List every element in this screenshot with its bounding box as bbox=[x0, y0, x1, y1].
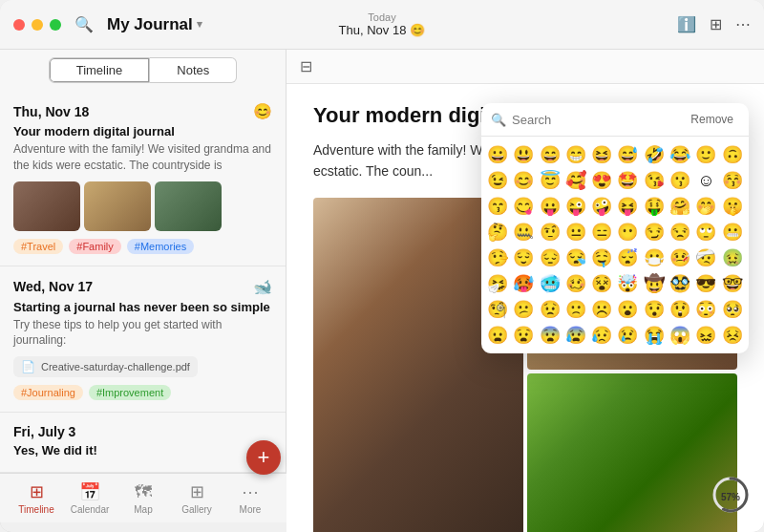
list-item[interactable]: Thu, Nov 18 😊 Your modern digital journa… bbox=[0, 91, 286, 266]
emoji-cell[interactable]: 😎 bbox=[693, 271, 718, 296]
emoji-cell[interactable]: 😙 bbox=[485, 194, 510, 219]
tag[interactable]: #Travel bbox=[13, 239, 63, 254]
emoji-cell[interactable]: 😲 bbox=[668, 297, 692, 322]
list-item[interactable]: Wed, Nov 17 🐋 Starting a journal has nev… bbox=[0, 266, 286, 414]
emoji-cell[interactable]: 🤢 bbox=[720, 245, 745, 270]
emoji-cell[interactable]: 🤐 bbox=[511, 220, 536, 245]
emoji-cell[interactable]: 😶 bbox=[615, 220, 640, 245]
emoji-cell[interactable]: 😏 bbox=[642, 220, 667, 245]
emoji-cell[interactable]: 😮 bbox=[615, 297, 640, 322]
emoji-cell[interactable]: 😦 bbox=[485, 323, 510, 348]
emoji-cell[interactable]: 😖 bbox=[693, 323, 718, 348]
emoji-cell[interactable]: 🤔 bbox=[485, 220, 510, 245]
emoji-remove-button[interactable]: Remove bbox=[685, 111, 739, 128]
emoji-cell[interactable]: 😁 bbox=[563, 142, 588, 167]
emoji-cell[interactable]: 😊 bbox=[511, 168, 536, 193]
emoji-cell[interactable]: 😒 bbox=[668, 220, 692, 245]
emoji-cell[interactable]: 😔 bbox=[538, 245, 562, 270]
tag[interactable]: #Journaling bbox=[13, 385, 83, 400]
emoji-cell[interactable]: 🤥 bbox=[485, 245, 510, 270]
attachment[interactable]: 📄 Creative-saturday-challenge.pdf bbox=[13, 356, 198, 377]
tab-timeline[interactable]: Timeline bbox=[49, 57, 151, 83]
emoji-cell[interactable]: 😢 bbox=[615, 323, 640, 348]
emoji-cell[interactable]: 😨 bbox=[538, 323, 562, 348]
minimize-button[interactable] bbox=[32, 19, 43, 31]
emoji-cell[interactable]: 😥 bbox=[589, 323, 614, 348]
emoji-cell[interactable]: 😋 bbox=[511, 194, 536, 219]
emoji-cell[interactable]: ☺️ bbox=[693, 168, 718, 193]
chart-icon[interactable]: ⊞ bbox=[710, 15, 722, 33]
emoji-cell[interactable]: 😗 bbox=[668, 168, 692, 193]
emoji-cell[interactable]: 🤓 bbox=[720, 271, 745, 296]
sidebar-item-timeline[interactable]: ⊞ Timeline bbox=[10, 481, 63, 515]
emoji-cell[interactable]: 🤩 bbox=[615, 168, 640, 193]
panel-columns-icon[interactable]: ⊟ bbox=[300, 57, 312, 75]
emoji-cell[interactable]: 😃 bbox=[511, 142, 536, 167]
sidebar-item-calendar[interactable]: 📅 Calendar bbox=[63, 481, 117, 515]
emoji-cell[interactable]: 😟 bbox=[538, 297, 562, 322]
emoji-cell[interactable]: 😐 bbox=[563, 220, 588, 245]
emoji-cell[interactable]: 🤭 bbox=[693, 194, 718, 219]
emoji-cell[interactable]: 😭 bbox=[642, 323, 667, 348]
emoji-cell[interactable]: 😘 bbox=[642, 168, 667, 193]
emoji-cell[interactable]: 🙂 bbox=[693, 142, 718, 167]
emoji-cell[interactable]: 😬 bbox=[720, 220, 745, 245]
emoji-cell[interactable]: 😉 bbox=[485, 168, 510, 193]
info-icon[interactable]: ℹ️ bbox=[677, 15, 696, 33]
emoji-cell[interactable]: 😱 bbox=[668, 323, 692, 348]
emoji-cell[interactable]: 🙁 bbox=[563, 297, 588, 322]
emoji-cell[interactable]: 🥵 bbox=[511, 271, 536, 296]
emoji-cell[interactable]: 🙃 bbox=[720, 142, 745, 167]
emoji-cell[interactable]: 🤣 bbox=[642, 142, 667, 167]
emoji-cell[interactable]: ☹️ bbox=[589, 297, 614, 322]
emoji-cell[interactable]: 😵 bbox=[589, 271, 614, 296]
sidebar-item-map[interactable]: 🗺 Map bbox=[117, 482, 170, 515]
emoji-cell[interactable]: 😕 bbox=[511, 297, 536, 322]
emoji-cell[interactable]: 🤨 bbox=[538, 220, 562, 245]
emoji-cell[interactable]: 🥴 bbox=[563, 271, 588, 296]
tag[interactable]: #Improvement bbox=[89, 385, 171, 400]
emoji-cell[interactable]: 😰 bbox=[563, 323, 588, 348]
emoji-cell[interactable]: 🤤 bbox=[589, 245, 614, 270]
emoji-cell[interactable]: 🤫 bbox=[720, 194, 745, 219]
emoji-cell[interactable]: 🤪 bbox=[589, 194, 614, 219]
emoji-cell[interactable]: 😀 bbox=[485, 142, 510, 167]
emoji-cell[interactable]: 🤕 bbox=[693, 245, 718, 270]
emoji-cell[interactable]: 🤠 bbox=[642, 271, 667, 296]
emoji-cell[interactable]: 🥺 bbox=[720, 297, 745, 322]
emoji-cell[interactable]: 😅 bbox=[615, 142, 640, 167]
tag[interactable]: #Memories bbox=[127, 239, 194, 254]
sidebar-item-more[interactable]: ⋯ More bbox=[223, 481, 277, 515]
emoji-cell[interactable]: 😜 bbox=[563, 194, 588, 219]
sidebar-item-gallery[interactable]: ⊞ Gallery bbox=[170, 481, 223, 515]
emoji-cell[interactable]: 😄 bbox=[538, 142, 562, 167]
emoji-cell[interactable]: 😯 bbox=[642, 297, 667, 322]
emoji-cell[interactable]: 🥶 bbox=[538, 271, 562, 296]
emoji-cell[interactable]: 😌 bbox=[511, 245, 536, 270]
emoji-cell[interactable]: 😇 bbox=[538, 168, 562, 193]
emoji-cell[interactable]: 😝 bbox=[615, 194, 640, 219]
emoji-cell[interactable]: 😆 bbox=[589, 142, 614, 167]
close-button[interactable] bbox=[13, 19, 25, 31]
emoji-cell[interactable]: 😂 bbox=[668, 142, 692, 167]
emoji-cell[interactable]: 😧 bbox=[511, 323, 536, 348]
emoji-cell[interactable]: 🤯 bbox=[615, 271, 640, 296]
emoji-cell[interactable]: 🥸 bbox=[668, 271, 692, 296]
emoji-cell[interactable]: 😑 bbox=[589, 220, 614, 245]
emoji-cell[interactable]: 😴 bbox=[615, 245, 640, 270]
emoji-cell[interactable]: 🙄 bbox=[693, 220, 718, 245]
emoji-cell[interactable]: 😛 bbox=[538, 194, 562, 219]
emoji-cell[interactable]: 🧐 bbox=[485, 297, 510, 322]
emoji-cell[interactable]: 🤗 bbox=[668, 194, 692, 219]
more-icon[interactable]: ⋯ bbox=[735, 15, 751, 33]
emoji-cell[interactable]: 😪 bbox=[563, 245, 588, 270]
emoji-cell[interactable]: 🥰 bbox=[563, 168, 588, 193]
emoji-cell[interactable]: 🤧 bbox=[485, 271, 510, 296]
journal-title[interactable]: My Journal ▾ bbox=[107, 15, 202, 34]
emoji-cell[interactable]: 🤒 bbox=[668, 245, 692, 270]
tag[interactable]: #Family bbox=[69, 239, 121, 254]
emoji-cell[interactable]: 😍 bbox=[589, 168, 614, 193]
emoji-search-input[interactable] bbox=[512, 113, 679, 127]
emoji-cell[interactable]: 😚 bbox=[720, 168, 745, 193]
list-item[interactable]: Fri, July 3 Yes, We did it! bbox=[0, 413, 286, 473]
